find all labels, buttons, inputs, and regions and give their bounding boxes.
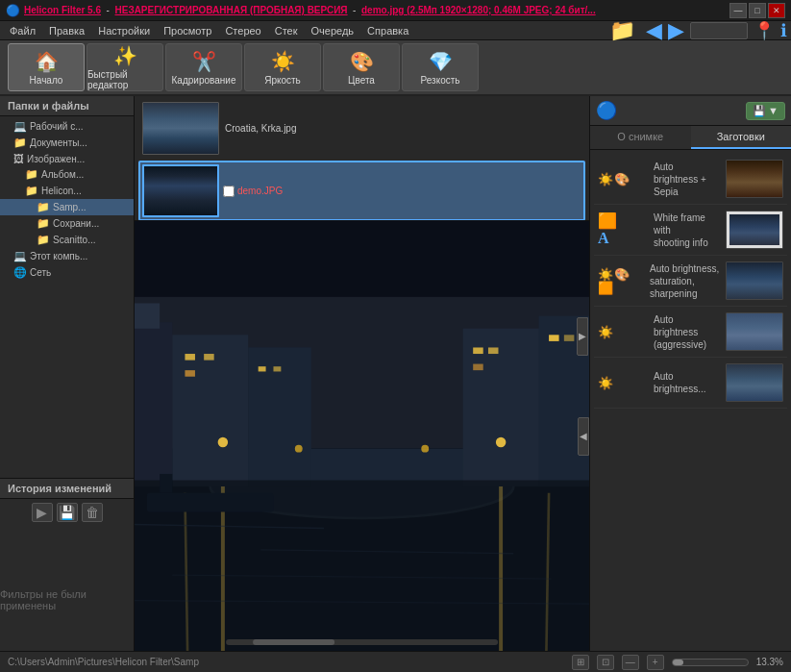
forward-button[interactable]: ▶ (668, 18, 684, 43)
menu-settings[interactable]: Настройки (92, 23, 156, 38)
zoom-fit-btn[interactable]: ⊞ (572, 655, 589, 670)
tree-item-docs[interactable]: 📁 Документы... (0, 135, 134, 151)
diamond-icon-sat: 🟧 (598, 282, 613, 294)
menu-stereo[interactable]: Стерео (219, 23, 266, 38)
folders-header: Папки и файлы (0, 96, 134, 116)
preset-item-whiteframe[interactable]: 🟧 A White frame withshooting info (594, 205, 787, 256)
tree-item-desktop[interactable]: 💻 Рабочий с... (0, 118, 134, 135)
menu-stack[interactable]: Стек (269, 23, 304, 38)
file-list[interactable]: Croatia, Krka.jpg demo.JPG (135, 96, 589, 221)
image-view[interactable]: ◀ (135, 221, 589, 651)
palette-icon-sat: 🎨 (614, 268, 630, 281)
preset-item-aggressive[interactable]: ☀️ Auto brightness(aggressive) (594, 307, 787, 358)
preset-icons-whiteframe: 🟧 A (598, 213, 648, 246)
demo-checkbox[interactable] (223, 186, 235, 197)
svg-rect-21 (273, 366, 281, 371)
main-area: Папки и файлы 💻 Рабочий с... 📁 Документы… (0, 96, 791, 651)
preset-info-sepia: Auto brightness +Sepia (654, 161, 720, 198)
samp-folder-icon: 📁 (37, 201, 50, 213)
tree-item-album[interactable]: 📁 Альбом... (0, 166, 134, 183)
preset-item-saturation[interactable]: ☀️ 🎨 🟧 Auto brightness,saturation,sharpe… (594, 256, 787, 307)
toolbar-quickedit-button[interactable]: ✨ Быстрый редактор (87, 43, 163, 91)
history-save-btn[interactable]: 💾 (57, 503, 78, 522)
saved-folder-icon: 📁 (37, 217, 50, 230)
toolbar-crop-button[interactable]: ✂️ Кадрирование (165, 43, 242, 91)
svg-rect-45 (160, 474, 172, 493)
text-icon: A (598, 231, 609, 246)
home-label: Начало (30, 75, 63, 86)
tree-item-network[interactable]: 🌐 Сеть (0, 264, 134, 281)
save-button[interactable]: 💾 ▼ (746, 102, 785, 120)
info-icon-btn[interactable]: ℹ (780, 20, 787, 41)
menu-help[interactable]: Справка (361, 23, 414, 38)
tab-presets[interactable]: Заготовки (691, 126, 792, 149)
menu-queue[interactable]: Очередь (306, 23, 360, 38)
home-icon: 🏠 (35, 50, 59, 73)
status-bar: C:\Users\Admin\Pictures\Helicon Filter\S… (0, 651, 791, 672)
preset-icons-aggressive: ☀️ (598, 326, 648, 338)
preset-item-auto5[interactable]: ☀️ Auto brightness... (594, 358, 787, 409)
computer-icon: 💻 (13, 250, 27, 262)
presets-list[interactable]: ☀️ 🎨 Auto brightness +Sepia 🟧 A White fr… (590, 150, 791, 651)
preset-icons-saturation: ☀️ 🎨 🟧 (598, 268, 644, 294)
wand-icon: ✨ (113, 44, 137, 67)
file-item-croatia[interactable]: Croatia, Krka.jpg (138, 100, 585, 157)
center-panel: Croatia, Krka.jpg demo.JPG (135, 96, 589, 651)
croatia-thumb (142, 102, 219, 155)
history-delete-btn[interactable]: 🗑 (82, 503, 103, 522)
preset-name-sepia: Auto brightness +Sepia (654, 161, 720, 198)
save-dropdown-icon: ▼ (768, 105, 779, 116)
folder-docs-icon: 📁 (13, 137, 27, 149)
zoom-out-btn[interactable]: — (622, 655, 639, 670)
svg-rect-25 (549, 335, 559, 341)
network-icon: 🌐 (13, 266, 27, 279)
tree-item-mycomputer[interactable]: 💻 Этот компь... (0, 248, 134, 264)
tree-item-images[interactable]: 🖼 Изображен... (0, 151, 134, 166)
palette-icon-sepia: 🎨 (614, 173, 630, 186)
sun-icon-auto5: ☀️ (598, 377, 613, 389)
tab-about[interactable]: О снимке (590, 126, 691, 149)
sun-icon: ☀️ (271, 50, 295, 73)
menu-file[interactable]: Файл (4, 23, 41, 38)
svg-point-32 (421, 445, 429, 453)
preset-name-saturation: Auto brightness,saturation,sharpening (650, 262, 720, 300)
app-name: Helicon Filter 5.6 (24, 5, 101, 15)
toolbar-home-button[interactable]: 🏠 Начало (8, 43, 85, 91)
preset-info-aggressive: Auto brightness(aggressive) (654, 313, 720, 351)
folder-tree[interactable]: 💻 Рабочий с... 📁 Документы... 🖼 Изображе… (0, 116, 134, 478)
history-play-btn[interactable]: ▶ (32, 503, 53, 522)
location-icon-btn[interactable]: 📍 (754, 20, 775, 41)
sun-icon-sat: ☀️ (598, 268, 613, 281)
right-panel-arrow[interactable]: ▶ (577, 317, 588, 356)
file-info: demo.jpg (2.5Мп 1920×1280; 0.46М JPEG; 2… (361, 5, 596, 15)
sharpness-icon: 💎 (429, 50, 453, 73)
zoom-slider[interactable] (672, 659, 749, 666)
file-item-demo[interactable]: demo.JPG (138, 161, 585, 221)
back-button[interactable]: ◀ (646, 18, 662, 43)
svg-point-29 (218, 437, 229, 448)
tree-item-scanitto[interactable]: 📁 Scanitto... (0, 232, 134, 248)
tree-item-samp[interactable]: 📁 Samp... (0, 199, 134, 215)
preset-item-sepia[interactable]: ☀️ 🎨 Auto brightness +Sepia (594, 154, 787, 205)
toolbar-sharpness-button[interactable]: 💎 Резкость (402, 43, 479, 91)
tree-item-helicon[interactable]: 📁 Helicon... (0, 183, 134, 199)
croatia-filename: Croatia, Krka.jpg (225, 123, 296, 134)
desktop-icon: 💻 (13, 120, 27, 133)
scanitto-icon: 📁 (37, 234, 50, 246)
toolbar-colors-button[interactable]: 🎨 Цвета (323, 43, 400, 91)
filter-icon-btn[interactable]: 🔵 (596, 100, 617, 121)
svg-rect-18 (204, 354, 214, 361)
folder-icon-btn[interactable]: 📁 (604, 12, 640, 49)
menu-bar: Файл Правка Настройки Просмотр Стерео Ст… (0, 21, 791, 40)
menu-view[interactable]: Просмотр (158, 23, 217, 38)
zoom-in-btn[interactable]: + (647, 655, 664, 670)
preset-thumb-auto5 (726, 363, 783, 402)
preset-icons-auto5: ☀️ (598, 377, 648, 389)
toolbar-brightness-button[interactable]: ☀️ Яркость (244, 43, 321, 91)
zoom-actual-btn[interactable]: ⊡ (597, 655, 614, 670)
app-icon: 🔵 (6, 4, 20, 17)
panel-collapse-arrow[interactable]: ◀ (578, 417, 589, 456)
svg-rect-17 (185, 354, 195, 361)
menu-edit[interactable]: Правка (43, 23, 90, 38)
tree-item-saved[interactable]: 📁 Сохрани... (0, 215, 134, 232)
